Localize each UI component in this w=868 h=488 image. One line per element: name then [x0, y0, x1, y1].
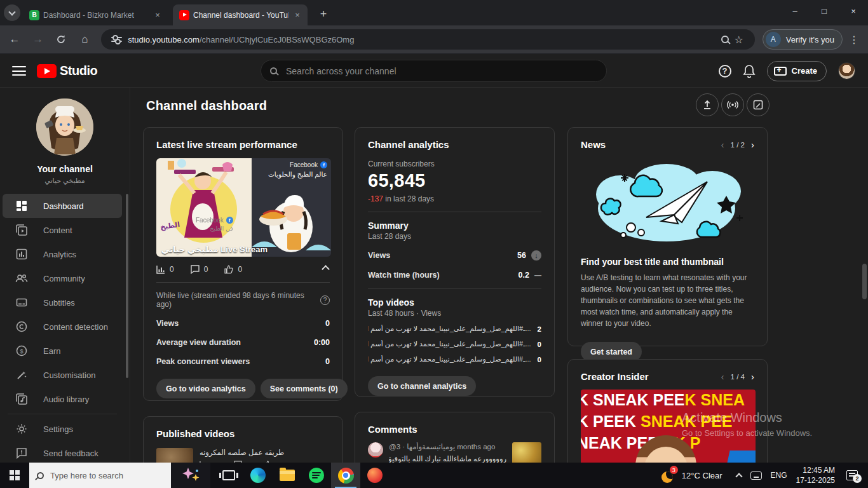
site-settings-icon[interactable] — [111, 34, 122, 45]
go-to-channel-analytics-button[interactable]: Go to channel analytics — [368, 376, 476, 396]
sidebar-divider — [8, 414, 117, 414]
tab-close-icon[interactable]: × — [153, 10, 163, 20]
youtube-studio-logo[interactable]: Studio — [37, 64, 97, 78]
taskbar-clock[interactable]: 12:45 AM 17-12-2025 — [796, 465, 835, 485]
home-button[interactable]: ⌂ — [76, 30, 93, 48]
sidebar-item-subtitles[interactable]: Subtitles — [0, 290, 125, 315]
delta-value: -137 — [368, 194, 383, 203]
account-avatar[interactable] — [838, 62, 855, 79]
sidebar-item-content-detection[interactable]: Content detection — [0, 315, 125, 339]
create-button[interactable]: Create — [767, 61, 827, 81]
thumb-facebook-caption: Facebookf عالم الطبخ والحلويات — [268, 161, 327, 178]
see-comments-button[interactable]: See comments (0) — [261, 379, 348, 398]
app-button[interactable] — [360, 463, 390, 488]
close-button[interactable]: × — [839, 0, 868, 22]
maximize-button[interactable]: □ — [810, 0, 839, 22]
chevron-left-icon[interactable]: ‹ — [721, 371, 724, 382]
trend-flat-icon: — — [534, 270, 541, 280]
edit-button[interactable] — [747, 93, 770, 116]
windows-taskbar: 3 12°C Clear ENG 12:45 AM 17-12-2025 2 — [0, 463, 868, 488]
taskbar-search-input[interactable] — [50, 471, 152, 480]
task-view-icon — [222, 470, 235, 480]
browser-menu-icon[interactable]: ⋮ — [849, 34, 859, 46]
help-icon[interactable]: ? — [719, 65, 731, 78]
sidebar-item-earn[interactable]: $ Earn — [0, 339, 125, 363]
chevron-left-icon[interactable]: ‹ — [721, 139, 724, 150]
go-to-video-analytics-button[interactable]: Go to video analytics — [156, 379, 255, 398]
sidebar-item-label: Earn — [43, 346, 60, 356]
sidebar-item-send-feedback[interactable]: Send feedback — [0, 441, 125, 465]
hamburger-menu-icon[interactable] — [12, 66, 26, 76]
spotify-button[interactable] — [302, 463, 331, 488]
comment-row[interactable]: @يومياتبسمةوأمها · 3 months ago رووووورع… — [368, 442, 541, 463]
edge-browser-button[interactable] — [243, 463, 273, 488]
video-thumbnail[interactable] — [156, 448, 193, 463]
top-video-row[interactable]: ...ـ#اللهم_صل_وسلم_على_نبينا_محمد لا تهر… — [368, 355, 541, 363]
notifications-bell-icon[interactable] — [743, 64, 756, 78]
start-button[interactable] — [0, 463, 29, 488]
browser-tab-bizkro[interactable]: B Dashboard - Bizkro Market × — [23, 4, 168, 25]
thumb-left-panel: الطبخ — [156, 158, 252, 257]
sidebar-item-label: Subtitles — [43, 298, 75, 308]
tray-chevron-up-icon[interactable] — [735, 473, 742, 480]
sidebar-item-label: Audio library — [43, 395, 89, 404]
chevron-right-icon[interactable]: › — [751, 371, 754, 382]
chevron-right-icon[interactable]: › — [751, 139, 754, 150]
sidebar-item-community[interactable]: Community — [0, 266, 125, 290]
folder-icon — [280, 470, 295, 481]
file-explorer-button[interactable] — [273, 463, 302, 488]
go-live-button[interactable] — [721, 93, 744, 116]
top-video-row[interactable]: ...ـ#اللهم_صل_وسلم_على_نبينا_محمد لا تهر… — [368, 325, 541, 333]
live-stream-thumbnail[interactable]: الطبخ Facebookf عالم — [156, 158, 331, 257]
collapse-chevron-icon[interactable] — [322, 265, 330, 273]
upload-videos-button[interactable] — [696, 93, 719, 116]
language-indicator[interactable]: ENG — [771, 471, 787, 480]
weather-text[interactable]: 12°C Clear — [682, 471, 722, 480]
page-title: Channel dashboard — [146, 98, 267, 113]
top-videos-subtitle: Last 48 hours · Views — [368, 309, 541, 318]
stat-views: 0 — [170, 265, 174, 274]
bookmark-star-icon[interactable]: ☆ — [734, 34, 743, 46]
top-video-title: ...ـ#اللهم_صل_وسلم_على_نبينا_محمد لا تهر… — [368, 355, 531, 363]
sidebar-item-label: Settings — [43, 424, 73, 434]
task-view-button[interactable] — [214, 463, 243, 488]
studio-search-input[interactable] — [286, 66, 597, 76]
commenter-avatar[interactable] — [368, 442, 383, 458]
search-highlights-icon[interactable] — [171, 463, 210, 488]
reload-button[interactable] — [53, 30, 71, 48]
sidebar-item-analytics[interactable]: Analytics — [0, 242, 125, 266]
minimize-button[interactable]: – — [780, 0, 810, 22]
sidebar-item-dashboard[interactable]: Dashboard — [3, 194, 122, 218]
top-video-row[interactable]: ...ـ#اللهم_صل_وسلم_على_نبينا_محمد لا تهر… — [368, 340, 541, 348]
metric-row: Average view duration0:00 — [156, 338, 330, 347]
address-bar[interactable]: studio.youtube.com/channel/UChjylCuEcJ0B… — [101, 29, 755, 50]
touch-keyboard-icon[interactable] — [750, 471, 762, 480]
sidebar-item-settings[interactable]: Settings — [0, 417, 125, 441]
published-video-row[interactable]: طريقه عمل صلصه المكرونه 34 0 0 — [156, 448, 330, 463]
studio-search-bar[interactable] — [261, 60, 607, 82]
verify-profile-button[interactable]: A Verify it's you — [763, 29, 843, 50]
channel-avatar[interactable] — [36, 98, 93, 156]
sidebar-item-content[interactable]: Content — [0, 218, 125, 242]
action-center-icon[interactable]: 2 — [846, 470, 858, 480]
tab-close-icon[interactable]: × — [292, 10, 302, 20]
forward-button[interactable]: → — [29, 30, 47, 48]
new-tab-button[interactable]: + — [315, 6, 332, 22]
news-page-indicator: 1 / 2 — [731, 141, 745, 149]
sidebar-item-customisation[interactable]: Customisation — [0, 363, 125, 387]
tab-search-button[interactable] — [4, 4, 20, 21]
comment-video-thumbnail[interactable] — [512, 442, 541, 463]
help-tooltip-icon[interactable]: ? — [320, 295, 330, 305]
zoom-icon[interactable] — [721, 36, 729, 43]
live-stream-card: Latest live stream performance الطبخ — [143, 127, 343, 401]
insider-video-thumbnail[interactable]: K SNEAK PEEK SNEA K PEEK SNEAK PEE NEAK … — [581, 390, 756, 463]
chrome-button[interactable] — [331, 463, 360, 488]
sidebar-scrollbar[interactable] — [126, 194, 128, 378]
page-scrollbar[interactable] — [862, 264, 867, 299]
taskbar-search-box[interactable] — [29, 463, 210, 488]
sidebar-item-audio-library[interactable]: Audio library — [0, 387, 125, 411]
news-card: News ‹ 1 / 2 › — [567, 127, 768, 346]
back-button[interactable]: ← — [6, 30, 24, 48]
weather-icon[interactable]: 3 — [661, 468, 677, 483]
browser-tab-youtube-studio[interactable]: Channel dashboard - YouTube S × — [173, 4, 308, 25]
